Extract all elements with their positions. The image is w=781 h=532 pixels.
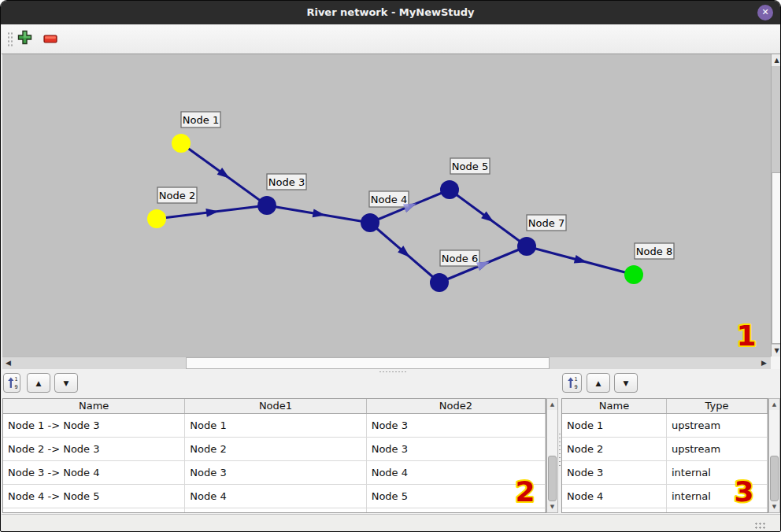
node-label: Node 5 — [450, 158, 490, 174]
column-header[interactable]: Node1 — [185, 399, 366, 413]
network-diagram: Node 1Node 2Node 3Node 4Node 5Node 6Node… — [2, 54, 771, 357]
reaches-scroll-thumb[interactable] — [548, 456, 557, 501]
node-label: Node 1 — [181, 112, 220, 127]
table-cell: Node 3 — [185, 461, 366, 484]
flow-arrow-ghost-icon — [476, 262, 490, 271]
canvas-vscroll-thumb[interactable] — [772, 172, 781, 344]
svg-text:Node 2: Node 2 — [159, 190, 195, 201]
network-node[interactable] — [361, 213, 379, 232]
table-row[interactable]: Node 2upstream — [562, 438, 768, 461]
network-node[interactable] — [172, 134, 191, 153]
table-cell — [185, 508, 366, 513]
table-row[interactable] — [562, 508, 768, 513]
reaches-sort-button[interactable]: 1 9 — [3, 373, 20, 393]
scroll-up-arrow-icon[interactable]: ▲ — [547, 399, 557, 410]
app-window: River network - MyNewStudy ✕ — [0, 0, 781, 532]
table-row[interactable]: Node 4internal — [562, 485, 768, 508]
canvas-horizontal-scrollbar[interactable]: ◀ ▶ — [2, 357, 771, 369]
flow-arrow-icon — [313, 209, 326, 217]
canvas-vertical-scrollbar[interactable]: ▲ ▼ — [771, 54, 781, 357]
network-node[interactable] — [517, 237, 536, 256]
reaches-move-up-button[interactable]: ▲ — [27, 373, 50, 393]
table-row[interactable]: Node 1 -> Node 3Node 1Node 3 — [3, 414, 546, 438]
scrollbar-corner — [771, 357, 781, 369]
table-cell: Node 2 -> Node 3 — [3, 438, 185, 460]
table-cell: Node 5 — [367, 485, 546, 508]
table-cell: Node 2 — [562, 438, 667, 460]
network-node[interactable] — [430, 273, 449, 292]
down-triangle-icon: ▼ — [64, 379, 69, 387]
window-title: River network - MyNewStudy — [1, 1, 780, 24]
table-cell: internal — [667, 461, 768, 484]
flow-arrow-icon — [205, 209, 219, 217]
close-icon: ✕ — [761, 7, 768, 17]
svg-text:1: 1 — [14, 375, 17, 382]
nodes-table-scrollbar[interactable]: ▲ ▼ — [768, 398, 780, 513]
reaches-table: NameNode1Node2Node 1 -> Node 3Node 1Node… — [2, 398, 546, 513]
table-cell — [667, 508, 768, 513]
add-button[interactable] — [14, 28, 35, 49]
scroll-up-arrow-icon[interactable]: ▲ — [769, 399, 779, 410]
table-row[interactable]: Node 2 -> Node 3Node 2Node 3 — [3, 438, 546, 461]
scroll-right-arrow-icon[interactable]: ▶ — [758, 357, 770, 369]
svg-text:1: 1 — [575, 375, 578, 382]
nodes-move-up-button[interactable]: ▲ — [587, 373, 610, 393]
nodes-sort-button[interactable]: 1 9 — [562, 373, 582, 393]
river-network-canvas[interactable]: Node 1Node 2Node 3Node 4Node 5Node 6Node… — [2, 54, 771, 357]
svg-text:Node 1: Node 1 — [183, 114, 219, 126]
scroll-down-arrow-icon[interactable]: ▼ — [547, 501, 557, 512]
table-cell — [3, 508, 185, 513]
close-button[interactable]: ✕ — [757, 5, 773, 20]
table-cell: Node 4 — [367, 461, 546, 484]
column-header[interactable]: Type — [667, 399, 768, 413]
scroll-up-arrow-icon[interactable]: ▲ — [772, 54, 781, 66]
node-label: Node 2 — [157, 187, 197, 203]
minus-icon — [43, 31, 57, 46]
column-header[interactable]: Node2 — [367, 399, 546, 413]
table-row[interactable]: Node 1upstream — [562, 414, 768, 438]
toolbar — [2, 24, 781, 54]
table-cell — [562, 508, 667, 513]
table-row[interactable] — [3, 508, 546, 513]
scroll-down-arrow-icon[interactable]: ▼ — [772, 345, 781, 357]
titlebar[interactable]: River network - MyNewStudy ✕ — [1, 1, 780, 24]
remove-button[interactable] — [40, 28, 61, 49]
table-cell: upstream — [667, 414, 768, 437]
column-header[interactable]: Name — [3, 399, 185, 413]
table-row[interactable]: Node 3 -> Node 4Node 3Node 4 — [3, 461, 546, 485]
reaches-move-down-button[interactable]: ▼ — [54, 373, 78, 393]
table-cell: Node 3 — [367, 438, 546, 460]
table-cell: Node 1 — [185, 414, 366, 437]
toolbar-drag-handle[interactable] — [7, 31, 13, 47]
node-label: Node 7 — [527, 215, 566, 231]
panel-splitter[interactable] — [2, 369, 771, 374]
scroll-left-arrow-icon[interactable]: ◀ — [2, 357, 14, 369]
svg-text:Node 6: Node 6 — [442, 253, 478, 264]
table-cell: Node 4 — [562, 485, 667, 508]
scroll-down-arrow-icon[interactable]: ▼ — [769, 501, 779, 512]
nodes-scroll-thumb[interactable] — [770, 456, 779, 501]
network-node[interactable] — [440, 180, 459, 199]
column-header[interactable]: Name — [562, 399, 667, 413]
up-triangle-icon: ▲ — [596, 379, 601, 387]
node-label: Node 6 — [440, 250, 479, 266]
nodes-table: NameTypeNode 1upstreamNode 2upstreamNode… — [561, 398, 768, 513]
table-header-row: NameNode1Node2 — [3, 399, 546, 414]
svg-text:Node 3: Node 3 — [268, 176, 305, 188]
table-cell: Node 4 -> Node 5 — [3, 485, 185, 508]
network-node[interactable] — [147, 209, 166, 228]
network-node[interactable] — [257, 196, 276, 215]
network-node[interactable] — [624, 265, 643, 284]
svg-text:Node 5: Node 5 — [452, 161, 488, 172]
table-row[interactable]: Node 3internal — [562, 461, 768, 485]
table-row[interactable]: Node 4 -> Node 5Node 4Node 5 — [3, 485, 546, 508]
table-cell: Node 3 — [562, 461, 667, 484]
table-cell: internal — [667, 485, 768, 508]
flow-arrow-icon — [574, 255, 587, 264]
reaches-table-scrollbar[interactable]: ▲ ▼ — [546, 398, 558, 513]
table-cell — [367, 508, 546, 513]
nodes-move-down-button[interactable]: ▼ — [614, 373, 638, 393]
canvas-hscroll-thumb[interactable] — [186, 357, 550, 369]
resize-grip-icon[interactable] — [754, 522, 765, 530]
svg-text:9: 9 — [575, 383, 578, 389]
